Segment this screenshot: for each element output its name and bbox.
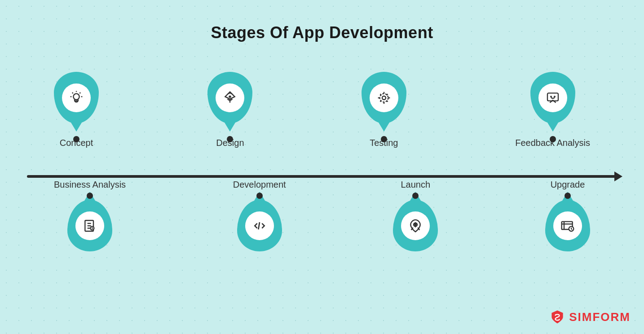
- upgrade-pin: [545, 200, 590, 251]
- development-label: Development: [233, 180, 286, 190]
- svg-line-5: [72, 92, 73, 93]
- simform-logo-icon: [549, 309, 565, 325]
- upgrade-icon: [553, 211, 582, 240]
- svg-point-0: [73, 93, 79, 99]
- feedback-icon: [538, 84, 567, 112]
- stage-design: Design: [207, 72, 252, 148]
- development-dot: [256, 193, 263, 199]
- testing-pin: [362, 72, 406, 123]
- stage-development: Development: [233, 180, 286, 251]
- stage-business: Business Analysis: [54, 180, 126, 251]
- stage-feedback: Feedback Analysis: [515, 72, 590, 148]
- stage-concept: Concept: [54, 72, 99, 148]
- upgrade-label: Upgrade: [551, 180, 585, 190]
- concept-pin: [54, 72, 99, 123]
- launch-icon: [401, 211, 430, 240]
- svg-line-19: [258, 222, 260, 229]
- svg-point-12: [550, 96, 552, 97]
- svg-line-4: [79, 92, 80, 93]
- launch-label: Launch: [401, 180, 430, 190]
- logo-text: SIMFORM: [569, 310, 631, 324]
- stage-upgrade: Upgrade: [545, 180, 590, 251]
- concept-icon: [62, 84, 91, 112]
- launch-pin: [393, 200, 438, 251]
- business-label: Business Analysis: [54, 180, 126, 190]
- page-title: Stages Of App Development: [0, 0, 644, 42]
- feedback-pin: [530, 72, 575, 123]
- stages-above: Concept Design: [27, 72, 617, 148]
- testing-icon: [370, 84, 398, 112]
- stage-launch: Launch: [393, 180, 438, 251]
- business-icon: [75, 211, 104, 240]
- svg-point-8: [229, 95, 231, 97]
- svg-point-9: [382, 96, 386, 100]
- concept-dot: [73, 136, 79, 142]
- development-icon: [245, 211, 274, 240]
- simform-logo: SIMFORM: [549, 309, 631, 325]
- svg-point-13: [554, 96, 556, 97]
- development-pin: [237, 200, 282, 251]
- upgrade-dot: [565, 193, 571, 199]
- business-pin: [67, 200, 112, 251]
- design-dot: [227, 136, 233, 142]
- testing-dot: [381, 136, 387, 142]
- timeline-line: [27, 175, 617, 178]
- stage-testing: Testing: [362, 72, 406, 148]
- stages-below: Business Analysis Development: [27, 180, 617, 251]
- launch-dot: [412, 193, 419, 199]
- business-dot: [87, 193, 93, 199]
- design-pin: [207, 72, 252, 123]
- feedback-dot: [550, 136, 556, 142]
- design-icon: [216, 84, 244, 112]
